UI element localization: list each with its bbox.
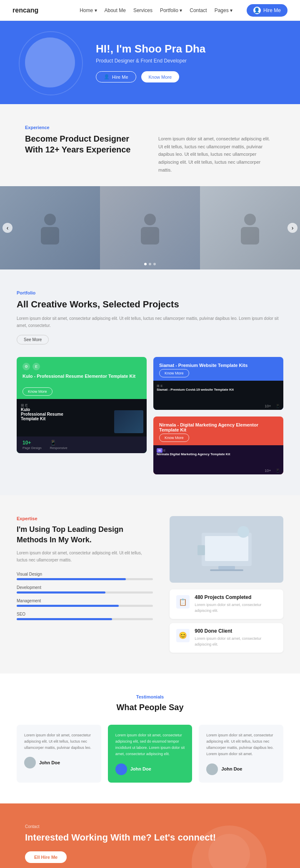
skill-management-label: Management — [17, 599, 153, 603]
expertise-section: Expertise I'm Using Top Leading Design M… — [0, 495, 300, 673]
svg-point-2 — [144, 214, 156, 225]
skill-seo-label: SEO — [17, 612, 153, 616]
carousel-dot-2[interactable] — [149, 263, 151, 265]
testimonial-3-author-row: John Doe — [206, 763, 276, 775]
portfolio-title: All Creative Works, Selected Projects — [17, 299, 283, 311]
nirmala-image: N E Nirmala Digital Marketing Agency Tem… — [153, 445, 283, 474]
nav-contact[interactable]: Contact — [190, 7, 207, 13]
kulo-stat-pages: 10+ Page Design — [22, 440, 42, 450]
testimonial-3-text: Lorem ipsum dolor sit amet, consectetur … — [206, 732, 276, 758]
testimonial-card-2: Lorem ipsum dolor sit amet, consectetur … — [108, 725, 192, 783]
testimonial-1-author: John Doe — [39, 759, 60, 767]
experience-left: Experience Become Product Designer With … — [25, 125, 142, 174]
projects-desc: Lorem ipsum dolor sit amet, consectetur … — [195, 602, 277, 614]
siamat-header: Siamat - Premium Website Template Kits K… — [153, 357, 283, 381]
nav-home[interactable]: Home ▾ — [80, 7, 97, 13]
skill-seo-bar — [17, 618, 153, 620]
clients-desc: Lorem ipsum dolor sit amet, consectetur … — [195, 636, 277, 648]
projects-icon: 📋 — [176, 595, 190, 609]
skill-management-bar — [17, 605, 153, 607]
testimonials-section: Testimonials What People Say Lorem ipsum… — [0, 673, 300, 803]
testimonial-3-avatar — [206, 763, 218, 775]
carousel-dot-3[interactable] — [153, 263, 156, 265]
carousel-dot-1[interactable] — [144, 263, 147, 265]
kulo-stats: 10+ Page Design 📱 Responsive — [17, 436, 147, 453]
skills-list: Visual Design Development Management SEO — [17, 572, 153, 620]
nav-logo: rencang — [12, 7, 38, 14]
skill-management-fill — [17, 605, 119, 607]
stat-clients: 😊 900 Done Client Lorem ipsum dolor sit … — [170, 623, 283, 653]
experience-description: Lorem ipsum dolor sit amet, consectetur … — [158, 125, 275, 174]
carousel-image-3 — [200, 186, 300, 269]
nav-portfolio[interactable]: Portfolio ▾ — [160, 7, 182, 13]
nav-about[interactable]: About Me — [105, 7, 126, 13]
kulo-title: Kulo - Professional Resume Elementor Tem… — [22, 374, 141, 379]
hero-section: HI!, I'm Shoo Pra Dha Product Designer &… — [0, 21, 300, 104]
hero-text: HI!, I'm Shoo Pra Dha Product Designer &… — [96, 42, 205, 82]
hero-avatar — [25, 37, 75, 87]
testimonial-2-author-row: John Doe — [115, 763, 185, 775]
testimonial-card-3: Lorem ipsum dolor sit amet, consectetur … — [199, 725, 283, 783]
know-more-button[interactable]: Know More — [141, 71, 180, 82]
carousel-next-button[interactable]: › — [288, 223, 298, 233]
hire-icon: 👤 — [253, 7, 261, 14]
svg-rect-3 — [141, 227, 159, 244]
clients-title: 900 Done Client — [195, 628, 277, 634]
testimonial-1-avatar — [24, 757, 36, 768]
stat-clients-content: 900 Done Client Lorem ipsum dolor sit am… — [195, 628, 277, 648]
kulo-icon-2: E — [32, 363, 40, 370]
see-more-button[interactable]: See More — [17, 335, 49, 344]
clients-icon: 😊 — [176, 629, 190, 642]
skill-management: Management — [17, 599, 153, 607]
svg-rect-8 — [218, 566, 235, 569]
testimonials-title: What People Say — [17, 703, 283, 712]
svg-point-10 — [238, 526, 249, 538]
projects-title: 480 Projects Completed — [195, 594, 277, 600]
expertise-right: 📋 480 Projects Completed Lorem ipsum dol… — [170, 516, 283, 653]
nav-pages[interactable]: Pages ▾ — [215, 7, 232, 13]
skill-development: Development — [17, 585, 153, 594]
expertise-left: Expertise I'm Using Top Leading Design M… — [17, 516, 153, 653]
testimonial-1-text: Lorem ipsum dolor sit amet, consectetur … — [24, 732, 94, 751]
siamat-image: ⊞ ESiamat - Premium Covid-19 website Tem… — [153, 381, 283, 410]
skill-visual-design-bar — [17, 578, 153, 580]
portfolio-card-kulo-header: ⚙ E Kulo - Professional Resume Elementor… — [17, 357, 147, 399]
testimonials-cards: Lorem ipsum dolor sit amet, consectetur … — [17, 725, 283, 783]
portfolio-description: Lorem ipsum dolor sit amet, consectetur … — [17, 315, 283, 329]
nirmala-title: Nirmala - Digital Marketing Agency Eleme… — [159, 422, 278, 432]
skill-development-label: Development — [17, 585, 153, 590]
hire-me-button[interactable]: 👤 Hire Me — [96, 71, 136, 82]
svg-rect-9 — [210, 569, 243, 571]
carousel-dots — [144, 263, 156, 265]
cta-button[interactable]: Ell Hire Me — [25, 851, 67, 863]
testimonial-2-text: Lorem ipsum dolor sit amet, consectetur … — [115, 732, 185, 758]
portfolio-card-icons: ⚙ E — [22, 363, 141, 374]
nirmala-know-more-button[interactable]: Know More — [159, 434, 189, 442]
testimonial-card-1: Lorem ipsum dolor sit amet, consectetur … — [17, 725, 101, 783]
experience-title: Become Product Designer With 12+ Years E… — [25, 133, 142, 155]
stat-projects: 📋 480 Projects Completed Lorem ipsum dol… — [170, 589, 283, 619]
kulo-icon-1: ⚙ — [22, 363, 30, 370]
hero-title: HI!, I'm Shoo Pra Dha — [96, 42, 205, 55]
kulo-card-image: ⊞ EKuloProfessional ResumeTemplate Kit — [17, 399, 147, 436]
hero-subtitle: Product Designer & Front End Developer — [96, 58, 205, 64]
skill-seo-fill — [17, 618, 112, 620]
nav-hire-button[interactable]: 👤 Hire Me — [247, 4, 288, 17]
carousel-image-2 — [100, 186, 200, 269]
svg-point-0 — [44, 214, 56, 225]
testimonial-3-author: John Doe — [221, 765, 242, 773]
svg-rect-5 — [241, 227, 259, 244]
portfolio-card-kulo: ⚙ E Kulo - Professional Resume Elementor… — [17, 357, 147, 453]
portfolio-tag: Portfolio — [17, 290, 283, 295]
carousel-prev-button[interactable]: ‹ — [2, 223, 12, 233]
portfolio-column-right: Siamat - Premium Website Template Kits K… — [153, 357, 283, 474]
nav-services[interactable]: Services — [133, 7, 152, 13]
testimonial-2-author: John Doe — [130, 765, 151, 773]
experience-section: Experience Become Product Designer With … — [0, 104, 300, 186]
portfolio-left: Portfolio All Creative Works, Selected P… — [17, 290, 283, 344]
testimonials-tag: Testimonials — [17, 694, 283, 699]
skill-visual-design: Visual Design — [17, 572, 153, 580]
kulo-stat-responsive: 📱 Responsive — [50, 440, 68, 450]
kulo-know-more-button[interactable]: Know More — [22, 387, 52, 396]
siamat-know-more-button[interactable]: Know More — [159, 369, 189, 377]
